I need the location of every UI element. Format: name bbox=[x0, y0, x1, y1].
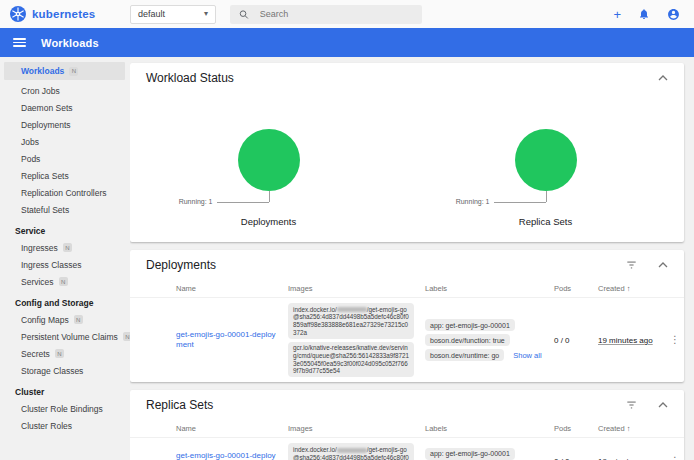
redacted-text bbox=[337, 448, 367, 453]
deployments-table-header: Name Images Labels Pods Created↑ bbox=[130, 280, 684, 298]
workload-status-card: Workload Status Running: 1 Deployments bbox=[130, 63, 684, 242]
pie-running-replica-sets bbox=[515, 129, 577, 191]
page-title: Workloads bbox=[41, 37, 99, 49]
sidebar-item-persistent-volume-claims[interactable]: Persistent Volume Claims N bbox=[0, 328, 130, 345]
pie-leader-line: Running: 1 bbox=[461, 191, 631, 203]
sidebar-item-cron-jobs[interactable]: Cron Jobs bbox=[0, 82, 130, 99]
kebab-menu-icon[interactable]: ⋮ bbox=[670, 335, 684, 345]
sidebar-item-config-maps[interactable]: Config Maps N bbox=[0, 311, 130, 328]
column-header-pods: Pods bbox=[554, 284, 598, 293]
chart-legend-running: Running: 1 bbox=[179, 198, 213, 205]
column-header-created[interactable]: Created↑ bbox=[598, 284, 670, 293]
pie-leader-line: Running: 1 bbox=[184, 191, 354, 203]
replica-set-table-row: get-emojis-go-00001-deployment- index.do… bbox=[130, 438, 684, 460]
column-header-name[interactable]: Name bbox=[166, 424, 282, 433]
sidebar-item-ingresses[interactable]: Ingresses N bbox=[0, 239, 130, 256]
sidebar-item-jobs[interactable]: Jobs bbox=[0, 133, 130, 150]
sidebar-section-cluster: Cluster bbox=[0, 383, 130, 400]
page-toolbar: Workloads bbox=[0, 28, 694, 57]
create-resource-button[interactable]: + bbox=[613, 8, 621, 21]
sidebar-item-daemon-sets[interactable]: Daemon Sets bbox=[0, 99, 130, 116]
column-header-labels: Labels bbox=[422, 424, 554, 433]
deployment-name-link[interactable]: get-emojis-go-00001-deployment bbox=[166, 330, 282, 351]
sidebar-item-stateful-sets[interactable]: Stateful Sets bbox=[0, 201, 130, 218]
label-chip: app: get-emojis-go-00001 bbox=[425, 448, 515, 460]
show-all-link[interactable]: Show all bbox=[513, 351, 541, 360]
replica-sets-card: Replica Sets Name Images Labels bbox=[130, 390, 684, 460]
pods-count: 0 / 0 bbox=[554, 336, 598, 345]
image-chip: gcr.io/knative-releases/knative.dev/serv… bbox=[288, 342, 414, 378]
namespaced-badge: N bbox=[55, 349, 64, 358]
sidebar-item-cluster-role-bindings[interactable]: Cluster Role Bindings bbox=[0, 400, 130, 417]
namespace-value: default bbox=[138, 9, 204, 19]
image-chip: index.docker.io//get-emojis-go@sha256:4d… bbox=[288, 443, 414, 460]
collapse-card-icon[interactable] bbox=[658, 75, 668, 81]
filter-icon[interactable] bbox=[625, 400, 638, 410]
menu-hamburger-icon[interactable] bbox=[13, 36, 26, 50]
replica-sets-status-chart: Running: 1 Replica Sets bbox=[407, 129, 684, 227]
search-icon bbox=[239, 9, 249, 20]
namespaced-badge: N bbox=[69, 67, 78, 76]
kubernetes-logo-icon bbox=[10, 6, 26, 22]
replica-set-name-link[interactable]: get-emojis-go-00001-deployment- bbox=[166, 451, 282, 460]
column-header-labels: Labels bbox=[422, 284, 554, 293]
deployment-table-row: get-emojis-go-00001-deployment index.doc… bbox=[130, 298, 684, 382]
chart-legend-running: Running: 1 bbox=[456, 198, 490, 205]
collapse-card-icon[interactable] bbox=[658, 402, 668, 408]
chevron-down-icon: ▾ bbox=[204, 10, 208, 18]
sidebar-item-secrets[interactable]: Secrets N bbox=[0, 345, 130, 362]
kebab-menu-icon[interactable]: ⋮ bbox=[670, 456, 684, 460]
chart-title: Replica Sets bbox=[519, 216, 572, 227]
column-header-name[interactable]: Name bbox=[166, 284, 282, 293]
column-header-images: Images bbox=[282, 284, 422, 293]
label-chip: boson.dev/runtime: go bbox=[425, 349, 504, 361]
chart-title: Deployments bbox=[241, 216, 296, 227]
namespaced-badge: N bbox=[123, 332, 130, 341]
brand-name: kubernetes bbox=[32, 8, 95, 20]
redacted-text bbox=[337, 307, 367, 312]
namespaced-badge: N bbox=[59, 277, 68, 286]
label-chip: boson.dev/function: true bbox=[425, 334, 510, 346]
label-chip: app: get-emojis-go-00001 bbox=[425, 319, 515, 331]
card-title: Deployments bbox=[146, 258, 625, 272]
main-content: Workload Status Running: 1 Deployments bbox=[130, 57, 694, 460]
sidebar-section-config-and-storage: Config and Storage bbox=[0, 294, 130, 311]
sidebar-item-pods[interactable]: Pods bbox=[0, 150, 130, 167]
kubernetes-brand[interactable]: kubernetes bbox=[10, 6, 122, 22]
sidebar-item-ingress-classes[interactable]: Ingress Classes bbox=[0, 256, 130, 273]
sidebar-item-replication-controllers[interactable]: Replication Controllers bbox=[0, 184, 130, 201]
pie-running-deployments bbox=[238, 129, 300, 191]
sort-arrow-icon: ↑ bbox=[627, 424, 631, 433]
sidebar-section-service: Service bbox=[0, 222, 130, 239]
filter-icon[interactable] bbox=[625, 260, 638, 270]
card-title: Replica Sets bbox=[146, 398, 625, 412]
search-input[interactable] bbox=[258, 8, 413, 20]
namespaced-badge: N bbox=[63, 243, 72, 252]
created-timestamp: 19 minutes ago bbox=[598, 336, 670, 345]
image-chip: index.docker.io//get-emojis-go@sha256:4d… bbox=[288, 303, 414, 339]
nav-sidebar: Workloads N Cron Jobs Daemon Sets Deploy… bbox=[0, 57, 130, 460]
column-header-pods: Pods bbox=[554, 424, 598, 433]
user-account-icon[interactable] bbox=[667, 8, 680, 21]
namespace-selector[interactable]: default ▾ bbox=[130, 5, 216, 24]
sidebar-item-services[interactable]: Services N bbox=[0, 273, 130, 290]
search-bar[interactable] bbox=[230, 5, 422, 24]
namespaced-badge: N bbox=[74, 315, 83, 324]
sidebar-item-replica-sets[interactable]: Replica Sets bbox=[0, 167, 130, 184]
sidebar-item-workloads[interactable]: Workloads N bbox=[4, 62, 125, 80]
replica-sets-table-header: Name Images Labels Pods Created↑ bbox=[130, 420, 684, 438]
sidebar-item-cluster-roles[interactable]: Cluster Roles bbox=[0, 417, 130, 434]
column-header-images: Images bbox=[282, 424, 422, 433]
top-app-bar: kubernetes default ▾ + bbox=[0, 0, 694, 28]
notifications-bell-icon[interactable] bbox=[638, 8, 650, 20]
collapse-card-icon[interactable] bbox=[658, 262, 668, 268]
card-title: Workload Status bbox=[146, 71, 658, 85]
sidebar-item-deployments[interactable]: Deployments bbox=[0, 116, 130, 133]
deployments-card: Deployments Name Images Labels bbox=[130, 250, 684, 382]
deployments-status-chart: Running: 1 Deployments bbox=[130, 129, 407, 227]
sidebar-item-storage-classes[interactable]: Storage Classes bbox=[0, 362, 130, 379]
sort-arrow-icon: ↑ bbox=[627, 284, 631, 293]
column-header-created[interactable]: Created↑ bbox=[598, 424, 670, 433]
